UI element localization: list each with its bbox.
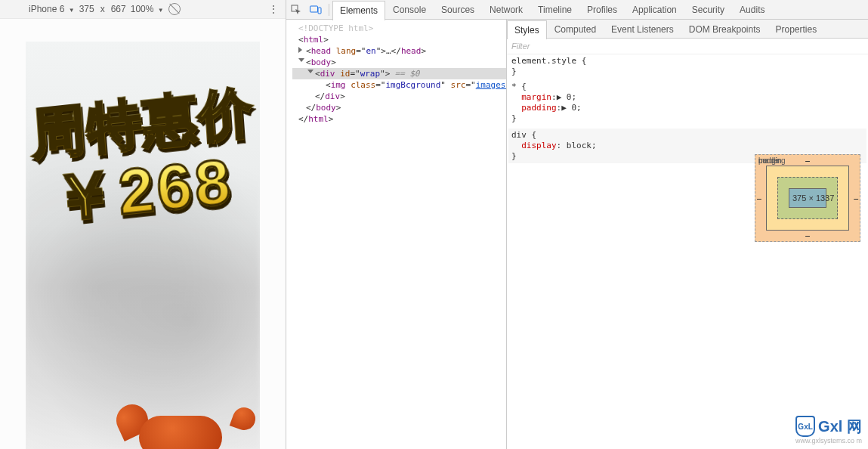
div-close-node[interactable]: </div> xyxy=(292,91,506,102)
tab-console[interactable]: Console xyxy=(385,0,434,20)
styles-tab-dom-breakpoints[interactable]: DOM Breakpoints xyxy=(681,20,768,39)
site-watermark: GxL Gxl 网 www.gxlsystems.co m xyxy=(795,416,862,444)
tab-application[interactable]: Application xyxy=(625,0,684,20)
rule-universal[interactable]: * { margin:▶ 0; padding:▶ 0; } xyxy=(511,82,863,124)
device-viewport: 周特惠价 ￥268 xyxy=(0,19,286,449)
tab-audits[interactable]: Audits xyxy=(732,0,772,20)
tab-profiles[interactable]: Profiles xyxy=(579,0,625,20)
svg-rect-1 xyxy=(310,6,318,12)
device-width-input[interactable]: 375 xyxy=(79,4,94,14)
tab-network[interactable]: Network xyxy=(482,0,530,20)
devtools: ElementsConsoleSourcesNetworkTimelinePro… xyxy=(286,0,868,449)
html-open-node[interactable]: <html> xyxy=(292,34,506,45)
tab-sources[interactable]: Sources xyxy=(434,0,482,20)
styles-tab-styles[interactable]: Styles xyxy=(507,20,547,39)
inspect-icon[interactable] xyxy=(286,0,306,19)
div-wrap-node[interactable]: <div id="wrap">== $0 xyxy=(292,68,506,79)
styles-filter-input[interactable]: Filter xyxy=(507,39,868,54)
doctype-node[interactable]: <!DOCTYPE html> xyxy=(292,23,506,34)
device-toolbar: iPhone 6 ▼ 375 x 667 100% ▼ ⋮ xyxy=(0,0,286,19)
styles-tabs: StylesComputedEvent ListenersDOM Breakpo… xyxy=(507,20,868,39)
zoom-selector[interactable]: 100% ▼ xyxy=(131,4,164,14)
device-height-input[interactable]: 667 xyxy=(111,4,126,14)
svg-rect-2 xyxy=(318,8,321,14)
main-tabs: ElementsConsoleSourcesNetworkTimelinePro… xyxy=(286,0,868,20)
device-emulation-pane: iPhone 6 ▼ 375 x 667 100% ▼ ⋮ 周特惠价 ￥268 xyxy=(0,0,286,449)
css-rules[interactable]: element.style { } * { margin:▶ 0; paddin… xyxy=(507,54,868,165)
tab-elements[interactable]: Elements xyxy=(332,1,385,20)
box-model[interactable]: margin – – – – border – – – – padding xyxy=(755,154,860,242)
head-node[interactable]: <head lang="en">…</head> xyxy=(292,45,506,57)
more-options-icon[interactable]: ⋮ xyxy=(268,3,280,15)
styles-pane: StylesComputedEvent ListenersDOM Breakpo… xyxy=(507,20,868,449)
box-content-size: 375 × 1337 xyxy=(789,188,826,208)
toggle-device-icon[interactable] xyxy=(306,0,326,19)
styles-tab-event-listeners[interactable]: Event Listeners xyxy=(604,20,681,39)
box-padding-label: padding xyxy=(758,156,786,165)
dom-tree[interactable]: <!DOCTYPE html> <html> <head lang="en">…… xyxy=(286,20,507,449)
crab-image xyxy=(116,389,252,449)
tab-timeline[interactable]: Timeline xyxy=(530,0,579,20)
styles-tab-computed[interactable]: Computed xyxy=(547,20,604,39)
body-close-node[interactable]: </body> xyxy=(292,102,506,113)
img-node[interactable]: <img class="imgBcground" src="images/pag… xyxy=(292,79,506,91)
device-selector[interactable]: iPhone 6 ▼ xyxy=(29,4,75,14)
emulated-page[interactable]: 周特惠价 ￥268 xyxy=(26,42,260,449)
tab-security[interactable]: Security xyxy=(684,0,732,20)
rule-element-style[interactable]: element.style { } xyxy=(511,56,863,77)
shield-icon: GxL xyxy=(795,416,815,437)
html-close-node[interactable]: </html> xyxy=(292,113,506,125)
body-open-node[interactable]: <body> xyxy=(292,57,506,68)
styles-tab-properties[interactable]: Properties xyxy=(768,20,824,39)
dimensions-x: x xyxy=(100,4,105,14)
rotate-icon[interactable] xyxy=(168,3,181,15)
